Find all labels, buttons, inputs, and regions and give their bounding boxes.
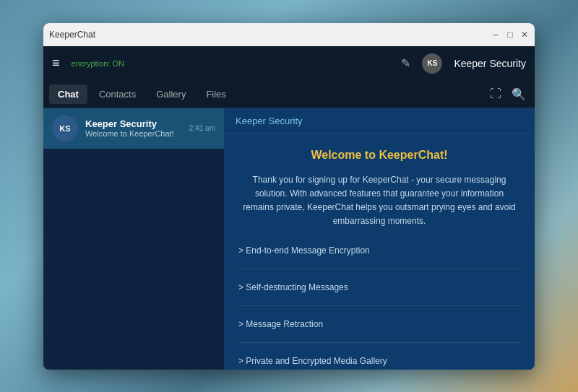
- welcome-title: Welcome to KeeperChat!: [238, 149, 520, 162]
- hamburger-icon[interactable]: ≡: [52, 56, 60, 71]
- titlebar-controls: – □ ✕: [491, 30, 529, 39]
- chat-name: Keeper Security: [85, 118, 182, 129]
- chat-preview: Welcome to KeeperChat!: [85, 129, 182, 138]
- avatar: KS: [52, 116, 78, 141]
- feature-item-2: > Self-destructing Messages: [238, 279, 520, 295]
- header-username: Keeper Security: [454, 58, 526, 69]
- tab-chat[interactable]: Chat: [49, 84, 87, 104]
- avatar: KS: [422, 53, 442, 74]
- maximize-button[interactable]: □: [506, 30, 514, 39]
- feature-item-4: > Private and Encrypted Media Gallery: [238, 353, 520, 369]
- tab-files[interactable]: Files: [197, 84, 234, 104]
- chat-panel-body: Welcome to KeeperChat! Thank you for sig…: [224, 134, 535, 370]
- divider: [238, 269, 520, 269]
- feature-list: > End-to-end Message Encryption > Self-d…: [238, 243, 520, 369]
- tab-gallery[interactable]: Gallery: [147, 84, 194, 104]
- divider: [238, 342, 520, 343]
- minimize-button[interactable]: –: [491, 30, 500, 39]
- encryption-badge: encryption: ON: [72, 59, 124, 68]
- contact-name: Keeper Security: [236, 116, 303, 126]
- chat-panel: Keeper Security Welcome to KeeperChat! T…: [224, 108, 535, 370]
- header: ≡ encryption: ON ✎ KS Keeper Security: [43, 46, 535, 81]
- chat-panel-header: Keeper Security: [224, 108, 535, 134]
- close-button[interactable]: ✕: [520, 30, 529, 39]
- search-icon[interactable]: 🔍: [509, 84, 529, 104]
- welcome-text: Thank you for signing up for KeeperChat …: [238, 173, 520, 229]
- feature-item-3: > Message Retraction: [238, 316, 520, 332]
- tab-contacts[interactable]: Contacts: [90, 84, 144, 104]
- app-window: KeeperChat – □ ✕ ≡ encryption: ON ✎ KS K…: [43, 23, 535, 370]
- divider: [238, 305, 520, 306]
- list-item[interactable]: KS Keeper Security Welcome to KeeperChat…: [43, 108, 224, 149]
- chat-info: Keeper Security Welcome to KeeperChat!: [85, 118, 182, 138]
- titlebar: KeeperChat – □ ✕: [43, 23, 535, 46]
- feature-item-1: > End-to-end Message Encryption: [238, 243, 520, 258]
- tabs-bar: Chat Contacts Gallery Files ⛶ 🔍: [43, 81, 535, 108]
- titlebar-title: KeeperChat: [49, 30, 95, 40]
- main-area: KS Keeper Security Welcome to KeeperChat…: [43, 108, 535, 370]
- chat-time: 2:41 am: [189, 124, 215, 132]
- fullscreen-icon[interactable]: ⛶: [486, 84, 506, 104]
- compose-icon[interactable]: ✎: [401, 56, 410, 70]
- app-content: ≡ encryption: ON ✎ KS Keeper Security Ch…: [43, 46, 535, 370]
- chat-list: KS Keeper Security Welcome to KeeperChat…: [43, 108, 224, 370]
